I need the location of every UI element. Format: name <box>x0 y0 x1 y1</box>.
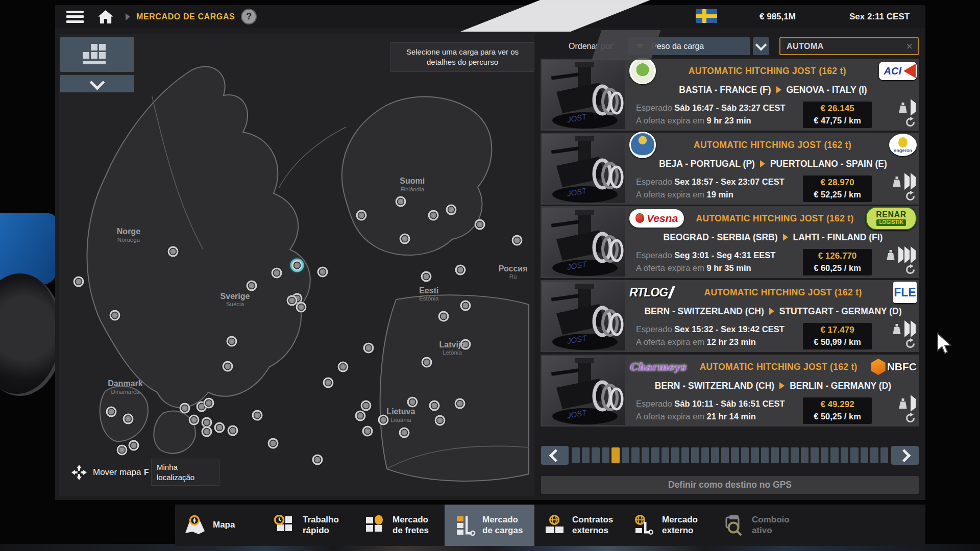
page-tick[interactable] <box>761 447 769 463</box>
nav-item-mercado-de-fretes[interactable]: Mercado de fretes <box>355 505 445 546</box>
page-tick[interactable] <box>721 447 729 463</box>
cargo-offer-row[interactable]: JOST AUTOMATIC HITCHING JOST (162 t) eng… <box>541 133 919 205</box>
page-tick[interactable] <box>731 447 739 463</box>
city-dot[interactable] <box>407 397 418 408</box>
page-tick[interactable] <box>841 447 849 463</box>
city-dot[interactable] <box>429 400 440 411</box>
collapse-button[interactable] <box>60 75 134 92</box>
city-dot[interactable] <box>226 336 237 346</box>
city-dot[interactable] <box>296 302 306 312</box>
city-dot[interactable] <box>355 411 366 421</box>
page-tick[interactable] <box>880 447 889 463</box>
city-dot[interactable] <box>438 311 449 321</box>
city-dot[interactable] <box>434 415 445 426</box>
city-dot[interactable] <box>179 403 190 413</box>
city-dot[interactable] <box>396 196 406 207</box>
selected-city-dot[interactable] <box>291 260 302 271</box>
page-tick[interactable] <box>791 447 799 463</box>
city-dot[interactable] <box>323 378 333 388</box>
cargo-offer-row[interactable]: JOST RTLOG AUTOMATIC HITCHING JOST (162 … <box>541 280 919 352</box>
page-tick[interactable] <box>701 447 709 463</box>
city-dot[interactable] <box>252 410 263 421</box>
city-dot[interactable] <box>454 398 465 409</box>
city-dot[interactable] <box>204 397 214 408</box>
page-tick[interactable] <box>870 447 878 463</box>
city-dot[interactable] <box>474 219 485 230</box>
page-tick[interactable] <box>741 447 749 463</box>
page-tick[interactable] <box>651 447 659 463</box>
set-gps-destination-button[interactable]: Definir como destino no GPS <box>541 476 919 494</box>
page-tick[interactable] <box>592 447 600 463</box>
menu-icon[interactable] <box>66 11 84 23</box>
clear-search-icon[interactable]: × <box>906 41 913 52</box>
cargo-offer-row[interactable]: JOST Charmeys AUTOMATIC HITCHING JOST (1… <box>541 355 919 427</box>
page-tick[interactable] <box>611 447 620 463</box>
city-dot[interactable] <box>168 246 179 257</box>
page-tick[interactable] <box>861 447 869 463</box>
page-tick[interactable] <box>671 447 679 463</box>
page-tick[interactable] <box>631 447 640 463</box>
city-dot[interactable] <box>106 407 117 417</box>
my-location-label[interactable]: Minha localização <box>151 459 219 486</box>
city-dot[interactable] <box>129 440 139 451</box>
page-tick[interactable] <box>801 447 809 463</box>
city-dot[interactable] <box>247 280 257 291</box>
page-tick[interactable] <box>711 447 719 463</box>
search-input[interactable] <box>780 42 906 51</box>
city-dot[interactable] <box>116 445 127 456</box>
city-dot[interactable] <box>362 426 373 437</box>
page-tick[interactable] <box>582 447 590 463</box>
city-dot[interactable] <box>511 235 522 246</box>
next-page-button[interactable] <box>891 446 919 465</box>
city-dot[interactable] <box>272 268 282 279</box>
page-tick[interactable] <box>662 447 670 463</box>
city-dot[interactable] <box>337 362 348 372</box>
page-tick[interactable] <box>751 447 759 463</box>
city-dot[interactable] <box>421 357 432 368</box>
nav-item-contratos-externos[interactable]: Contratos externos <box>534 505 624 546</box>
city-dot[interactable] <box>267 438 278 448</box>
page-tick[interactable] <box>781 447 789 463</box>
page-tick[interactable] <box>681 447 690 463</box>
city-dot[interactable] <box>428 210 438 221</box>
page-tick[interactable] <box>830 447 839 463</box>
page-tick[interactable] <box>821 447 829 463</box>
cargo-offer-row[interactable]: JOST AUTOMATIC HITCHING JOST (162 t) ACI… <box>541 59 919 131</box>
city-dot[interactable] <box>356 210 367 221</box>
nav-item-comboio-ativo[interactable]: Comboio ativo <box>714 505 804 546</box>
city-dot[interactable] <box>421 271 431 282</box>
cargo-offer-row[interactable]: JOST Vesna AUTOMATIC HITCHING JOST (162 … <box>541 206 919 278</box>
page-tick[interactable] <box>691 447 699 463</box>
page-tick[interactable] <box>602 447 610 463</box>
home-icon[interactable] <box>98 10 113 23</box>
city-dot[interactable] <box>399 427 409 438</box>
city-dot[interactable] <box>378 414 388 425</box>
sort-expand-button[interactable] <box>753 37 769 55</box>
help-icon[interactable]: ? <box>242 10 256 23</box>
page-tick[interactable] <box>642 447 650 463</box>
city-dot[interactable] <box>361 400 372 411</box>
nav-item-trabalho-rapido[interactable]: Trabalho rápido <box>265 505 355 546</box>
city-dot[interactable] <box>201 427 212 437</box>
page-tick[interactable] <box>572 447 580 463</box>
city-dot[interactable] <box>189 414 200 425</box>
city-dot[interactable] <box>312 454 323 465</box>
city-dot[interactable] <box>455 265 465 276</box>
map-area[interactable]: NorgeNoruega SverigeSuécia SuomiFinlândi… <box>59 34 534 496</box>
city-dot[interactable] <box>222 361 233 371</box>
city-dot[interactable] <box>214 422 225 433</box>
page-tick[interactable] <box>850 447 859 463</box>
page-tick[interactable] <box>622 447 630 463</box>
city-dot[interactable] <box>363 343 374 354</box>
city-dot[interactable] <box>460 339 471 349</box>
page-tick[interactable] <box>771 447 779 463</box>
move-map-control[interactable]: Mover mapa <box>71 465 141 480</box>
city-dot[interactable] <box>287 295 298 306</box>
city-dot[interactable] <box>109 310 120 320</box>
trailer-view-button[interactable] <box>60 37 134 72</box>
city-dot[interactable] <box>74 276 84 287</box>
prev-page-button[interactable] <box>541 446 569 465</box>
city-dot[interactable] <box>317 266 328 277</box>
nav-item-mercado-externo[interactable]: Mercado externo <box>624 505 714 546</box>
city-dot[interactable] <box>122 413 133 424</box>
